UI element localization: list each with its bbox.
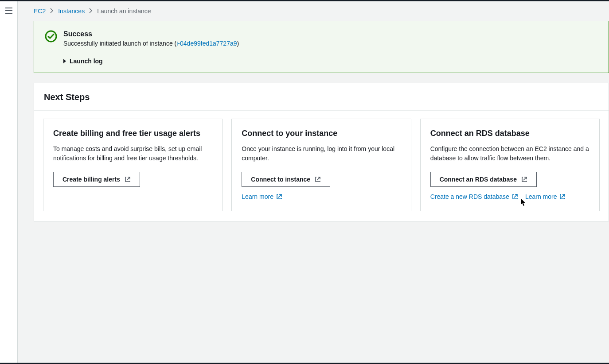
button-label: Connect an RDS database	[440, 176, 517, 183]
connect-to-instance-button[interactable]: Connect to instance	[242, 172, 330, 187]
success-message-suffix: )	[237, 40, 239, 47]
learn-more-link[interactable]: Learn more	[242, 193, 282, 200]
link-label: Learn more	[242, 193, 273, 200]
success-alert: Success Successfully initiated launch of…	[34, 21, 609, 73]
card-description: To manage costs and avoid surprise bills…	[53, 144, 212, 163]
create-new-rds-link[interactable]: Create a new RDS database	[430, 193, 518, 200]
success-title: Success	[63, 30, 239, 38]
success-message-prefix: Successfully initiated launch of instanc…	[63, 40, 176, 47]
breadcrumb-current: Launch an instance	[97, 8, 151, 15]
card-title: Connect to your instance	[242, 129, 401, 138]
card-billing-alerts: Create billing and free tier usage alert…	[43, 119, 223, 211]
button-label: Create billing alerts	[62, 176, 120, 183]
next-steps-title: Next Steps	[44, 92, 599, 102]
page-content: EC2 Instances Launch an instance Succes	[18, 1, 609, 363]
success-check-icon	[45, 30, 57, 43]
card-description: Configure the connection between an EC2 …	[430, 144, 589, 163]
external-link-icon	[125, 176, 131, 182]
create-billing-alerts-button[interactable]: Create billing alerts	[53, 172, 140, 187]
button-label: Connect to instance	[251, 176, 310, 183]
next-steps-header: Next Steps	[34, 83, 609, 111]
card-title: Connect an RDS database	[430, 129, 589, 138]
main-layout: EC2 Instances Launch an instance Succes	[0, 1, 609, 363]
launch-log-toggle[interactable]: Launch log	[63, 58, 598, 65]
breadcrumb: EC2 Instances Launch an instance	[18, 1, 609, 21]
card-description: Once your instance is running, log into …	[242, 144, 401, 163]
external-link-icon	[315, 176, 321, 182]
hamburger-menu-icon[interactable]	[5, 8, 12, 14]
success-message: Successfully initiated launch of instanc…	[63, 40, 239, 47]
chevron-right-icon	[89, 8, 93, 15]
chevron-right-icon	[50, 8, 54, 15]
link-label: Create a new RDS database	[430, 193, 509, 200]
next-steps-cards: Create billing and free tier usage alert…	[34, 111, 609, 221]
link-label: Learn more	[525, 193, 557, 200]
next-steps-panel: Next Steps Create billing and free tier …	[34, 83, 609, 221]
card-connect-rds: Connect an RDS database Configure the co…	[420, 119, 600, 211]
external-link-icon	[512, 194, 518, 200]
breadcrumb-ec2[interactable]: EC2	[34, 8, 46, 15]
breadcrumb-instances[interactable]: Instances	[58, 8, 85, 15]
connect-rds-database-button[interactable]: Connect an RDS database	[430, 172, 537, 187]
external-link-icon	[276, 194, 282, 200]
card-connect-instance: Connect to your instance Once your insta…	[231, 119, 411, 211]
external-link-icon	[521, 176, 527, 182]
side-panel-toggle-area	[0, 1, 18, 363]
external-link-icon	[559, 194, 566, 200]
launch-log-label: Launch log	[70, 58, 103, 65]
learn-more-link[interactable]: Learn more	[525, 193, 566, 200]
card-title: Create billing and free tier usage alert…	[53, 129, 212, 138]
caret-right-icon	[63, 59, 66, 63]
instance-id-link[interactable]: i-04de99fed1a7727a9	[176, 40, 237, 47]
